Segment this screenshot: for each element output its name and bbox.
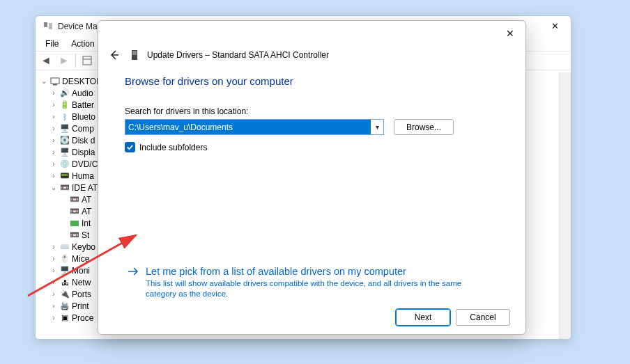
pick-from-list-commandlink[interactable]: Let me pick from a list of available dri… [125, 262, 495, 302]
computer-icon: 🖥️ [59, 123, 70, 134]
tree-item-label: Audio [72, 88, 93, 98]
display-icon: 🖥️ [59, 147, 70, 158]
tree-item-label: St [82, 230, 89, 240]
caret-down-icon[interactable]: ⌄ [40, 77, 48, 85]
tree-item-label: Mice [72, 254, 89, 264]
commandlink-title: Let me pick from a list of available dri… [146, 264, 473, 278]
dvd-icon: 💿 [59, 159, 70, 170]
commandlink-description: This list will show available drivers co… [146, 278, 473, 299]
ide-icon: 📼 [59, 182, 70, 193]
svg-rect-7 [70, 221, 79, 226]
caret-right-icon[interactable]: › [49, 113, 58, 120]
scrollbar[interactable] [559, 72, 571, 339]
tree-item-label: Netw [72, 278, 91, 287]
tree-item-label: Blueto [72, 112, 95, 122]
caret-right-icon[interactable]: › [49, 243, 58, 251]
tree-item-label: AT [82, 195, 91, 205]
toolbar-tree-icon[interactable] [79, 52, 95, 69]
next-button[interactable]: Next [396, 309, 450, 326]
tree-item-label: Keybo [72, 242, 95, 252]
dialog-close-button[interactable]: ✕ [500, 25, 520, 42]
include-subfolders-label: Include subfolders [139, 143, 207, 152]
controller-icon: 📼 [69, 194, 80, 205]
ports-icon: 🔌 [59, 289, 70, 300]
close-button[interactable]: ✕ [539, 16, 571, 36]
tree-item-label: Comp [72, 124, 94, 134]
controller-icon [69, 218, 80, 229]
dlg-body: Browse for drivers on your computer Sear… [98, 67, 525, 301]
bluetooth-icon: ᛒ [59, 111, 70, 122]
path-label: Search for drivers in this location: [125, 106, 499, 116]
menu-action[interactable]: Action [66, 38, 100, 50]
tree-item-label: Batter [72, 100, 94, 110]
caret-right-icon[interactable]: › [49, 267, 58, 274]
caret-right-icon[interactable]: › [49, 255, 58, 262]
tree-item-label: AT [82, 207, 91, 216]
tree-item-label: Displa [72, 148, 95, 157]
toolbar-back-icon[interactable]: ◄ [38, 52, 54, 69]
back-button[interactable] [107, 47, 122, 63]
tree-item-label: Disk d [72, 136, 95, 145]
caret-right-icon[interactable]: › [49, 278, 58, 286]
svg-rect-10 [132, 51, 137, 55]
drive-icon [129, 49, 140, 61]
battery-icon: 🔋 [59, 100, 70, 111]
disk-icon: 💽 [59, 135, 70, 146]
browse-button[interactable]: Browse... [394, 119, 454, 135]
svg-rect-2 [83, 56, 91, 65]
svg-rect-5 [51, 78, 59, 84]
dlg-header: Update Drivers – Standard SATA AHCI Cont… [98, 43, 525, 67]
path-combobox[interactable]: C:\Users\mav_u\Documents ▾ [125, 119, 384, 135]
dialog-heading: Browse for drivers on your computer [125, 75, 499, 87]
mouse-icon: 🖱️ [59, 253, 70, 264]
tree-item-label: Int [82, 219, 91, 228]
tree-item-label: IDE AT [72, 183, 98, 193]
tree-item-label: DVD/C [72, 159, 98, 169]
caret-right-icon[interactable]: › [49, 125, 58, 132]
dlg-footer: Next Cancel [98, 301, 525, 334]
processor-icon: ▣ [59, 312, 70, 324]
caret-right-icon[interactable]: › [49, 172, 58, 180]
caret-right-icon[interactable]: › [49, 290, 58, 298]
checkbox-checked-icon[interactable] [125, 142, 135, 152]
path-value: C:\Users\mav_u\Documents [125, 120, 371, 134]
tree-root-label: DESKTOP [62, 77, 102, 86]
caret-right-icon[interactable]: › [49, 136, 58, 144]
svg-rect-1 [49, 23, 52, 29]
svg-rect-6 [53, 84, 57, 86]
cancel-button[interactable]: Cancel [456, 309, 510, 326]
monitor-icon: 🖥️ [59, 265, 70, 276]
arrow-right-icon [126, 264, 140, 281]
chevron-down-icon[interactable]: ▾ [371, 120, 383, 134]
tree-item-label: Print [72, 301, 89, 311]
caret-down-icon[interactable]: ⌄ [49, 184, 58, 191]
toolbar-forward-icon[interactable]: ► [56, 52, 72, 69]
caret-right-icon[interactable]: › [49, 314, 58, 322]
tree-item-label: Proce [72, 313, 93, 323]
caret-right-icon[interactable]: › [49, 89, 58, 97]
printer-icon: 🖨️ [59, 301, 70, 312]
keyboard-icon: ⌨️ [59, 242, 70, 253]
caret-right-icon[interactable]: › [49, 302, 58, 310]
network-icon: 🖧 [59, 277, 70, 288]
dialog-header-text: Update Drivers – Standard SATA AHCI Cont… [147, 50, 329, 60]
svg-rect-0 [44, 22, 47, 27]
tree-item-label: Huma [72, 171, 94, 181]
dlg-titlebar: ✕ [98, 21, 525, 43]
caret-right-icon[interactable]: › [49, 101, 58, 109]
include-subfolders-row[interactable]: Include subfolders [125, 142, 499, 152]
controller-icon: 📼 [69, 206, 80, 217]
hid-icon: 📟 [59, 171, 70, 182]
tree-item-label: Moni [72, 266, 90, 276]
caret-right-icon[interactable]: › [49, 148, 58, 156]
caret-right-icon[interactable]: › [49, 160, 58, 168]
audio-icon: 🔊 [59, 88, 70, 99]
tree-item-label: Ports [72, 290, 91, 299]
toolbar-separator [75, 54, 76, 68]
menu-file[interactable]: File [40, 38, 64, 50]
device-manager-icon [43, 21, 54, 32]
computer-icon [49, 76, 61, 87]
controller-icon: 📼 [69, 230, 80, 241]
update-drivers-dialog: ✕ Update Drivers – Standard SATA AHCI Co… [98, 20, 526, 335]
